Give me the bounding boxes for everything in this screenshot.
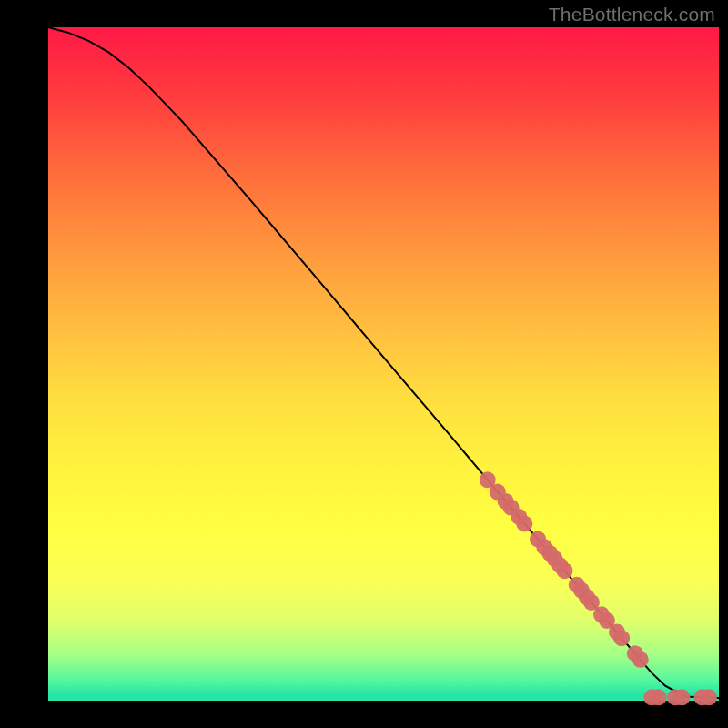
chart-svg (48, 27, 719, 701)
chart-frame: TheBottleneck.com (0, 0, 728, 728)
data-marker (701, 689, 717, 705)
data-marker (632, 652, 649, 668)
data-marker (613, 630, 630, 646)
decline-curve (48, 27, 719, 698)
data-marker (556, 562, 572, 579)
data-marker (651, 689, 667, 705)
curve-layer (48, 27, 719, 698)
watermark-text: TheBottleneck.com (549, 4, 715, 25)
data-marker (516, 515, 532, 531)
marker-layer (480, 471, 717, 705)
data-marker (673, 689, 690, 705)
